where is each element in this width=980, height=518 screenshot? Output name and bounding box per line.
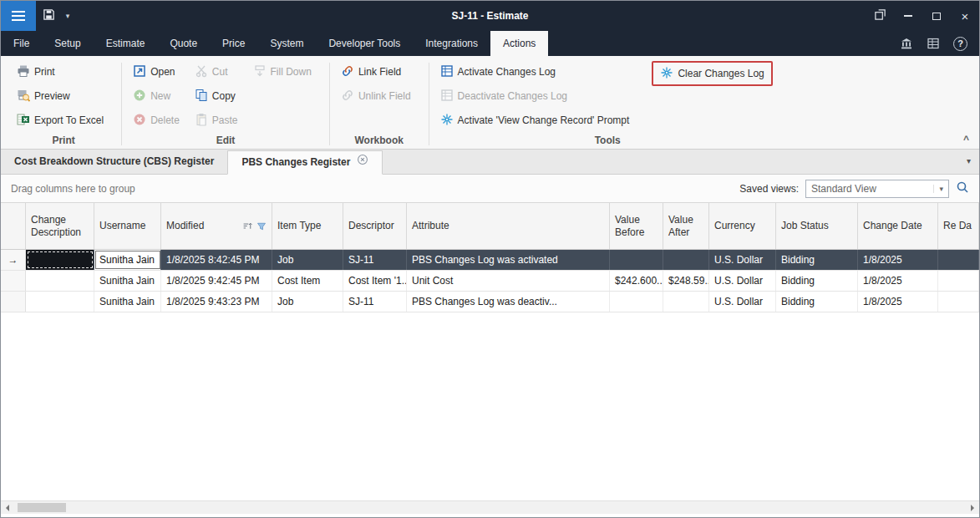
cell-job_status[interactable]: Bidding xyxy=(776,250,858,270)
cell-currency[interactable]: U.S. Dollar xyxy=(709,271,776,291)
menu-tab-file[interactable]: File xyxy=(1,31,42,56)
column-header-currency[interactable]: Currency xyxy=(709,203,776,249)
cell-change_date[interactable]: 1/8/2025 xyxy=(858,271,938,291)
column-header-change_date[interactable]: Change Date xyxy=(858,203,938,249)
popout-button[interactable] xyxy=(866,1,894,31)
cell-username[interactable]: Sunitha Jain xyxy=(94,271,161,291)
copy-button[interactable]: Copy xyxy=(190,85,240,107)
cell-currency[interactable]: U.S. Dollar xyxy=(709,292,776,312)
cell-modified[interactable]: 1/8/2025 9:42:45 PM xyxy=(161,271,272,291)
paste-button[interactable]: Paste xyxy=(190,109,242,131)
sort-ascending-icon[interactable] xyxy=(242,221,253,231)
column-header-item_type[interactable]: Item Type xyxy=(272,203,343,249)
cell-descriptor[interactable]: Cost Item '1.... xyxy=(343,271,407,291)
delete-button[interactable]: Delete xyxy=(129,109,184,131)
quick-access-dropdown-caret[interactable]: ▾ xyxy=(61,12,74,20)
menu-tab-estimate[interactable]: Estimate xyxy=(94,31,158,56)
menu-tab-quote[interactable]: Quote xyxy=(157,31,210,56)
save-button[interactable] xyxy=(36,1,61,31)
column-header-value_after[interactable]: Value After xyxy=(663,203,709,249)
ribbon-collapse-button[interactable]: ^ xyxy=(963,134,969,145)
cell-item_type[interactable]: Cost Item xyxy=(272,271,343,291)
new-button[interactable]: New xyxy=(129,85,175,107)
tab-pbs-changes-register[interactable]: PBS Changes Register xyxy=(227,150,383,175)
bank-icon[interactable] xyxy=(900,37,913,50)
minimize-button[interactable] xyxy=(894,1,922,31)
menu-tab-integrations[interactable]: Integrations xyxy=(413,31,490,56)
column-header-attribute[interactable]: Attribute xyxy=(407,203,610,249)
column-header-job_status[interactable]: Job Status xyxy=(776,203,858,249)
activate-changes-log-button[interactable]: Activate Changes Log xyxy=(436,61,560,83)
cell-re_da[interactable] xyxy=(938,271,979,291)
scroll-right-button[interactable] xyxy=(966,501,979,515)
workbook-grid-icon[interactable] xyxy=(927,37,940,50)
horizontal-scrollbar[interactable] xyxy=(1,500,979,514)
menu-tab-actions[interactable]: Actions xyxy=(490,31,548,56)
cell-value_before[interactable] xyxy=(610,292,663,312)
cell-change_description[interactable] xyxy=(26,250,94,270)
doctabs-dropdown-caret[interactable]: ▾ xyxy=(967,156,971,165)
cell-value_after[interactable] xyxy=(663,250,709,270)
cell-value_before[interactable] xyxy=(610,250,663,270)
maximize-button[interactable] xyxy=(922,1,951,31)
menu-tab-price[interactable]: Price xyxy=(210,31,257,56)
preview-button[interactable]: Preview xyxy=(13,85,74,107)
cell-value_after[interactable] xyxy=(663,292,709,312)
cell-attribute[interactable]: PBS Changes Log was deactiv... xyxy=(407,292,610,312)
cell-descriptor[interactable]: SJ-11 xyxy=(343,292,407,312)
cell-username[interactable]: Sunitha Jain xyxy=(94,292,161,312)
cell-re_da[interactable] xyxy=(938,292,979,312)
print-button[interactable]: Print xyxy=(13,61,59,83)
cell-descriptor[interactable]: SJ-11 xyxy=(343,250,407,270)
unlink-field-button[interactable]: Unlink Field xyxy=(337,85,415,107)
cell-attribute[interactable]: Unit Cost xyxy=(407,271,610,291)
menu-tab-setup[interactable]: Setup xyxy=(42,31,93,56)
cell-change_description[interactable] xyxy=(26,292,94,312)
cell-job_status[interactable]: Bidding xyxy=(776,271,858,291)
cell-change_description[interactable] xyxy=(26,271,94,291)
tab-close-icon[interactable] xyxy=(357,150,368,175)
menu-tab-system[interactable]: System xyxy=(257,31,316,56)
activate-view-change-record-prompt-button[interactable]: Activate 'View Change Record' Prompt xyxy=(436,109,634,131)
table-row[interactable]: Sunitha Jain1/8/2025 9:42:45 PMCost Item… xyxy=(1,271,979,292)
cell-item_type[interactable]: Job xyxy=(272,250,343,270)
cell-item_type[interactable]: Job xyxy=(272,292,343,312)
sparkle-icon xyxy=(440,113,454,129)
cell-change_date[interactable]: 1/8/2025 xyxy=(858,250,938,270)
column-header-change_description[interactable]: Change Description xyxy=(26,203,94,249)
cell-job_status[interactable]: Bidding xyxy=(776,292,858,312)
table-row[interactable]: →Sunitha Jain1/8/2025 8:42:45 PMJobSJ-11… xyxy=(1,250,979,271)
close-button[interactable]: × xyxy=(951,1,979,31)
app-menu-button[interactable] xyxy=(1,1,36,31)
clear-changes-log-button[interactable]: Clear Changes Log xyxy=(656,63,768,84)
cut-button[interactable]: Cut xyxy=(190,61,232,83)
cell-modified[interactable]: 1/8/2025 9:43:23 PM xyxy=(161,292,272,312)
open-button[interactable]: Open xyxy=(129,61,179,83)
menu-tab-developer-tools[interactable]: Developer Tools xyxy=(316,31,413,56)
export-to-excel-button[interactable]: Export To Excel xyxy=(13,109,108,131)
table-row[interactable]: Sunitha Jain1/8/2025 9:43:23 PMJobSJ-11P… xyxy=(1,292,979,312)
cell-value_after[interactable]: $248.59... xyxy=(663,271,709,291)
column-header-modified[interactable]: Modified xyxy=(161,203,272,249)
search-icon[interactable] xyxy=(956,180,969,196)
cell-username[interactable]: Sunitha Jain xyxy=(94,250,161,270)
help-icon[interactable]: ? xyxy=(953,37,967,51)
saved-views-combobox[interactable]: Standard View ▾ xyxy=(805,180,949,198)
scrollbar-thumb[interactable] xyxy=(18,503,66,512)
cell-attribute[interactable]: PBS Changes Log was activated xyxy=(407,250,610,270)
filter-icon[interactable] xyxy=(256,221,267,231)
column-header-value_before[interactable]: Value Before xyxy=(610,203,663,249)
column-header-re_da[interactable]: Re Da xyxy=(938,203,979,249)
cell-re_da[interactable] xyxy=(938,250,979,270)
cell-currency[interactable]: U.S. Dollar xyxy=(709,250,776,270)
fill-down-button[interactable]: Fill Down xyxy=(249,61,316,83)
scroll-left-button[interactable] xyxy=(1,501,14,515)
column-header-username[interactable]: Username xyxy=(94,203,161,249)
column-header-descriptor[interactable]: Descriptor xyxy=(343,203,407,249)
tab-cbs-register[interactable]: Cost Breakdown Structure (CBS) Register xyxy=(1,150,227,174)
deactivate-changes-log-button[interactable]: Deactivate Changes Log xyxy=(436,85,571,107)
cell-change_date[interactable]: 1/8/2025 xyxy=(858,292,938,312)
link-field-button[interactable]: Link Field xyxy=(337,61,405,83)
cell-modified[interactable]: 1/8/2025 8:42:45 PM xyxy=(161,250,272,270)
cell-value_before[interactable]: $242.600... xyxy=(610,271,663,291)
